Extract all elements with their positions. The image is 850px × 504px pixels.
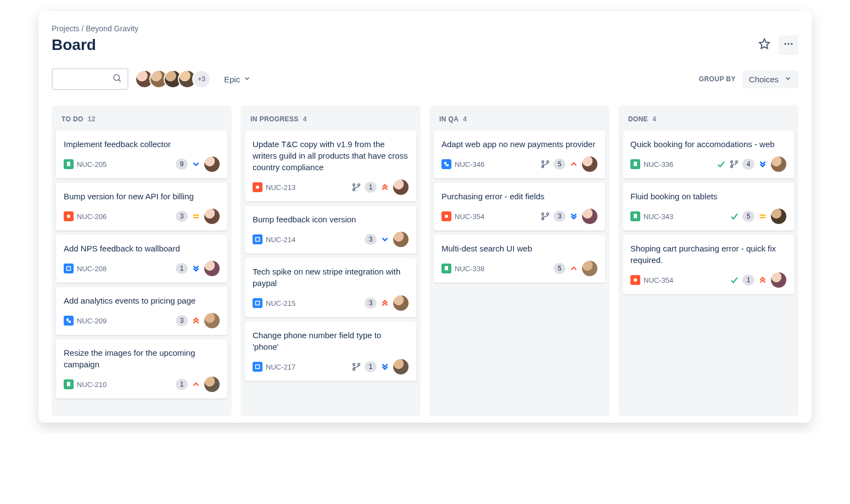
issue-type-bug-icon: [253, 182, 262, 192]
issue-card[interactable]: Shoping cart purchasing error - quick fi…: [623, 235, 794, 294]
card-key[interactable]: NUC-208: [64, 264, 107, 273]
assignee-avatar[interactable]: [771, 209, 786, 224]
priority-medium-icon: [758, 211, 768, 221]
breadcrumb-project-name[interactable]: Beyond Gravity: [86, 24, 138, 33]
issue-type-story-icon: [630, 159, 640, 169]
issue-card[interactable]: Purchasing error - edit fieldsNUC-3543: [434, 183, 605, 231]
issue-card[interactable]: Bump version for new API for billingNUC-…: [56, 183, 227, 231]
search-input[interactable]: [52, 68, 128, 90]
assignee-avatar[interactable]: [393, 295, 409, 311]
story-points: 4: [742, 159, 754, 170]
column-header[interactable]: IN PROGRESS4: [245, 112, 416, 131]
assignee-filter-avatars[interactable]: +3: [139, 70, 211, 88]
svg-point-29: [547, 213, 549, 215]
issue-type-subtask-icon: [441, 159, 451, 169]
column-header[interactable]: DONE4: [623, 112, 794, 131]
story-points: 3: [365, 234, 377, 245]
svg-rect-10: [66, 318, 69, 321]
svg-point-1: [785, 43, 786, 44]
issue-type-task-icon: [253, 234, 262, 244]
done-check-icon: [729, 211, 739, 221]
svg-point-19: [353, 363, 355, 366]
breadcrumb[interactable]: Projects / Beyond Gravity: [52, 24, 798, 33]
issue-type-story-icon: [441, 264, 451, 273]
issue-key: NUC-214: [266, 236, 295, 244]
assignee-avatar[interactable]: [204, 313, 220, 328]
branch-icon[interactable]: [540, 159, 550, 169]
card-meta: 5: [553, 261, 597, 276]
issue-card[interactable]: Change phone number field type to 'phone…: [245, 322, 416, 381]
card-key[interactable]: NUC-354: [630, 275, 673, 285]
card-key[interactable]: NUC-210: [64, 379, 107, 389]
avatar-more[interactable]: +3: [192, 70, 211, 88]
issue-card[interactable]: Resize the images for the upcoming campa…: [56, 339, 227, 399]
issue-card[interactable]: Add analytics events to pricing pageNUC-…: [56, 287, 227, 335]
column-count: 12: [88, 115, 96, 123]
branch-icon[interactable]: [351, 182, 361, 192]
star-button[interactable]: [754, 35, 774, 55]
card-key[interactable]: NUC-343: [630, 211, 673, 221]
issue-card[interactable]: Update T&C copy with v1.9 from the write…: [245, 131, 416, 201]
column-header[interactable]: IN QA4: [434, 112, 605, 131]
card-meta: 9: [176, 156, 220, 172]
svg-line-5: [119, 80, 120, 81]
card-key[interactable]: NUC-338: [441, 264, 484, 273]
card-key[interactable]: NUC-213: [253, 182, 295, 192]
issue-type-story-icon: [630, 211, 640, 221]
more-button[interactable]: [779, 35, 798, 55]
assignee-avatar[interactable]: [393, 232, 409, 247]
issue-card[interactable]: Implement feedback collectorNUC-2059: [56, 131, 227, 178]
card-key[interactable]: NUC-354: [441, 211, 484, 221]
done-check-icon: [729, 275, 739, 285]
priority-low-icon: [191, 159, 201, 169]
assignee-avatar[interactable]: [204, 156, 220, 172]
issue-card[interactable]: Adapt web app no new payments providerNU…: [434, 131, 605, 178]
assignee-avatar[interactable]: [582, 261, 597, 276]
card-key[interactable]: NUC-206: [64, 211, 107, 221]
breadcrumb-sep: /: [81, 24, 83, 33]
story-points: 1: [365, 182, 377, 193]
assignee-avatar[interactable]: [204, 209, 220, 224]
issue-type-task-icon: [253, 298, 262, 308]
breadcrumb-projects[interactable]: Projects: [52, 24, 80, 33]
svg-rect-9: [67, 267, 71, 271]
assignee-avatar[interactable]: [204, 261, 220, 276]
assignee-avatar[interactable]: [771, 272, 786, 288]
issue-card[interactable]: Add NPS feedback to wallboardNUC-2081: [56, 235, 227, 283]
card-key[interactable]: NUC-346: [441, 159, 484, 169]
card-key[interactable]: NUC-209: [64, 316, 107, 326]
assignee-avatar[interactable]: [582, 156, 597, 172]
story-points: 5: [553, 159, 566, 170]
issue-card[interactable]: Quick booking for accomodations - webNUC…: [623, 131, 794, 178]
issue-card[interactable]: Bump feedback icon versionNUC-2143: [245, 206, 416, 254]
branch-icon[interactable]: [540, 211, 550, 221]
group-by-select[interactable]: Choices: [742, 70, 798, 88]
card-meta: 3: [176, 209, 220, 224]
issue-card[interactable]: Tech spike on new stripe integration wit…: [245, 258, 416, 317]
priority-low-icon: [380, 234, 390, 244]
branch-icon[interactable]: [729, 159, 739, 169]
issue-card[interactable]: Fluid booking on tabletsNUC-3435: [623, 183, 794, 231]
card-key[interactable]: NUC-215: [253, 298, 295, 308]
card-key[interactable]: NUC-214: [253, 234, 295, 244]
story-points: 3: [176, 315, 188, 326]
card-key[interactable]: NUC-336: [630, 159, 673, 169]
assignee-avatar[interactable]: [393, 359, 409, 374]
assignee-avatar[interactable]: [204, 377, 220, 392]
issue-key: NUC-206: [77, 212, 107, 221]
card-key[interactable]: NUC-217: [253, 362, 295, 372]
assignee-avatar[interactable]: [393, 180, 409, 195]
issue-card[interactable]: Multi-dest search UI webNUC-3385: [434, 235, 605, 283]
branch-icon[interactable]: [351, 362, 361, 372]
story-points: 5: [553, 263, 566, 274]
story-points: 5: [742, 211, 754, 222]
epic-filter[interactable]: Epic: [222, 71, 253, 87]
assignee-avatar[interactable]: [771, 156, 786, 172]
assignee-avatar[interactable]: [582, 209, 597, 224]
priority-highest-icon: [380, 298, 390, 308]
story-points: 1: [365, 361, 377, 372]
column-header[interactable]: TO DO12: [56, 112, 227, 131]
issue-type-subtask-icon: [64, 316, 74, 326]
card-key[interactable]: NUC-205: [64, 159, 107, 169]
svg-point-27: [445, 215, 448, 218]
